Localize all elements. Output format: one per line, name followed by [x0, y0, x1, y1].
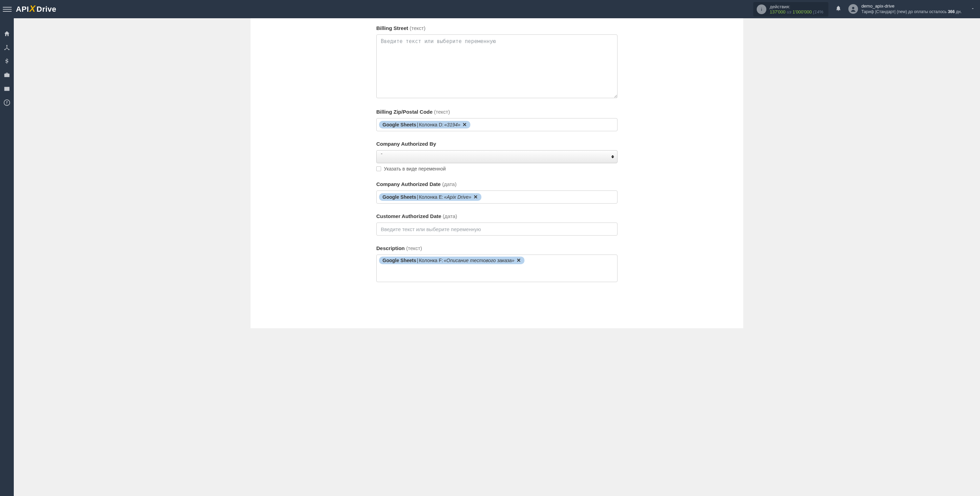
- input-customer-auth-date[interactable]: [376, 223, 617, 235]
- user-tariff: Тариф |Стандарт| (new) до оплаты осталос…: [861, 9, 962, 15]
- token-remove-icon[interactable]: ✕: [517, 257, 521, 264]
- input-billing-zip[interactable]: Google Sheets | Колонка D: «3194» ✕: [376, 118, 617, 131]
- avatar-icon: [848, 4, 858, 14]
- token-remove-icon[interactable]: ✕: [463, 122, 467, 128]
- sidebar-item-contacts[interactable]: [0, 82, 14, 96]
- chevron-down-icon: [971, 6, 975, 12]
- field-billing-zip: Billing Zip/Postal Code (текст) Google S…: [376, 109, 617, 131]
- svg-point-2: [852, 7, 854, 9]
- sidebar-item-home[interactable]: [0, 27, 14, 41]
- input-company-auth-date[interactable]: Google Sheets | Колонка E: «Apix Drive» …: [376, 191, 617, 203]
- sidebar-item-help[interactable]: [0, 96, 14, 110]
- logo-x: X: [29, 3, 35, 14]
- info-icon: [757, 5, 766, 14]
- field-company-auth-date: Company Authorized Date (дата) Google Sh…: [376, 181, 617, 203]
- token-description: Google Sheets | Колонка F: «Описание тес…: [379, 257, 525, 264]
- input-description[interactable]: Google Sheets | Колонка F: «Описание тес…: [376, 254, 617, 282]
- field-customer-auth-date: Customer Authorized Date (дата): [376, 213, 617, 235]
- actions-usage-box[interactable]: действия: 137'000 из 1'000'000 (14%: [753, 2, 828, 16]
- notifications-icon[interactable]: [835, 5, 842, 13]
- field-description: Description (текст) Google Sheets | Коло…: [376, 245, 617, 282]
- checkbox-variable[interactable]: [376, 166, 381, 171]
- label-billing-zip: Billing Zip/Postal Code (текст): [376, 109, 617, 115]
- token-company-auth-date: Google Sheets | Колонка E: «Apix Drive» …: [379, 193, 481, 201]
- actions-label: действия:: [770, 4, 824, 9]
- select-company-auth-by[interactable]: -: [376, 150, 617, 163]
- label-billing-street: Billing Street (текст): [376, 25, 617, 31]
- field-billing-street: Billing Street (текст): [376, 25, 617, 99]
- user-name: demo_apix-drive: [861, 3, 962, 9]
- sidebar: [0, 18, 14, 496]
- actions-values: 137'000 из 1'000'000 (14%: [770, 9, 824, 14]
- logo[interactable]: API X Drive: [16, 4, 57, 14]
- token-billing-zip: Google Sheets | Колонка D: «3194» ✕: [379, 121, 470, 129]
- form-card: Billing Street (текст) Billing Zip/Posta…: [250, 18, 743, 328]
- svg-point-3: [6, 45, 7, 46]
- logo-api: API: [16, 5, 29, 14]
- input-billing-street[interactable]: [376, 35, 617, 98]
- app-header: API X Drive действия: 137'000 из 1'000'0…: [0, 0, 980, 18]
- label-company-auth-date: Company Authorized Date (дата): [376, 181, 617, 187]
- main-content: Billing Street (текст) Billing Zip/Posta…: [14, 18, 980, 496]
- field-company-auth-by: Company Authorized By - Указать в виде п…: [376, 141, 617, 172]
- label-description: Description (текст): [376, 245, 617, 251]
- sidebar-item-billing[interactable]: [0, 54, 14, 68]
- svg-point-4: [5, 49, 5, 50]
- checkbox-row-variable: Указать в виде переменной: [376, 166, 617, 172]
- token-remove-icon[interactable]: ✕: [474, 194, 478, 200]
- sidebar-item-connections[interactable]: [0, 41, 14, 54]
- logo-drive: Drive: [37, 5, 57, 14]
- label-customer-auth-date: Customer Authorized Date (дата): [376, 213, 617, 219]
- svg-point-5: [8, 49, 9, 50]
- user-menu[interactable]: demo_apix-drive Тариф |Стандарт| (new) д…: [848, 3, 975, 14]
- checkbox-label: Указать в виде переменной: [384, 166, 446, 172]
- hamburger-menu[interactable]: [3, 5, 12, 14]
- label-company-auth-by: Company Authorized By: [376, 141, 617, 147]
- sidebar-item-briefcase[interactable]: [0, 68, 14, 82]
